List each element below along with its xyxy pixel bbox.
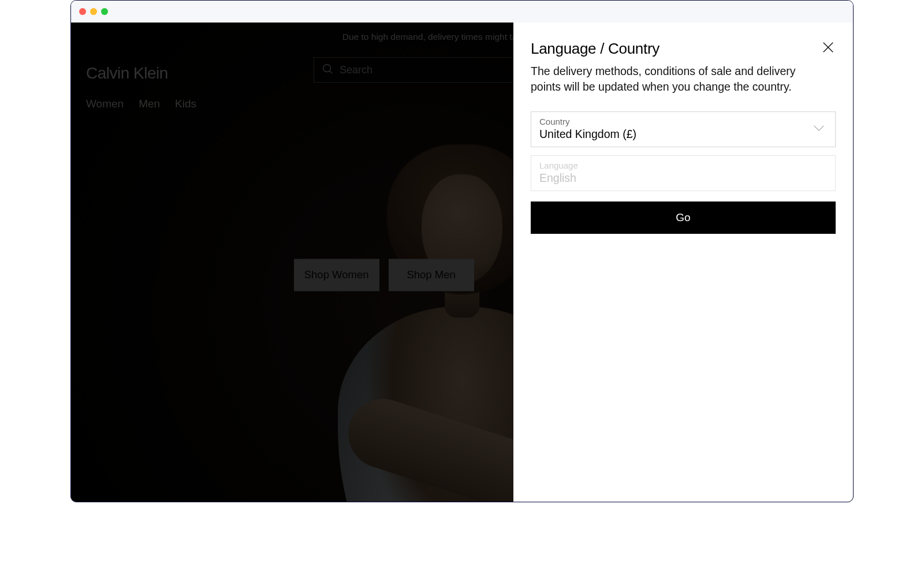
chevron-down-icon <box>813 124 825 135</box>
page-content: Due to high demand, delivery times might… <box>71 23 853 502</box>
go-button[interactable]: Go <box>531 201 836 234</box>
window-zoom-button[interactable] <box>101 8 108 15</box>
language-select: Language English <box>531 155 836 191</box>
language-value: English <box>539 171 827 185</box>
panel-title: Language / Country <box>531 40 660 58</box>
language-country-panel: Language / Country The delivery methods,… <box>513 23 853 502</box>
country-label: Country <box>539 117 827 126</box>
language-label: Language <box>539 161 827 170</box>
window-titlebar <box>71 1 853 23</box>
country-select[interactable]: Country United Kingdom (£) <box>531 111 836 147</box>
panel-description: The delivery methods, conditions of sale… <box>531 64 819 95</box>
country-value: United Kingdom (£) <box>539 128 827 141</box>
close-panel-button[interactable] <box>821 40 836 57</box>
window-close-button[interactable] <box>79 8 86 15</box>
close-icon <box>822 46 834 55</box>
window-minimize-button[interactable] <box>90 8 97 15</box>
browser-window: Due to high demand, delivery times might… <box>70 0 854 502</box>
